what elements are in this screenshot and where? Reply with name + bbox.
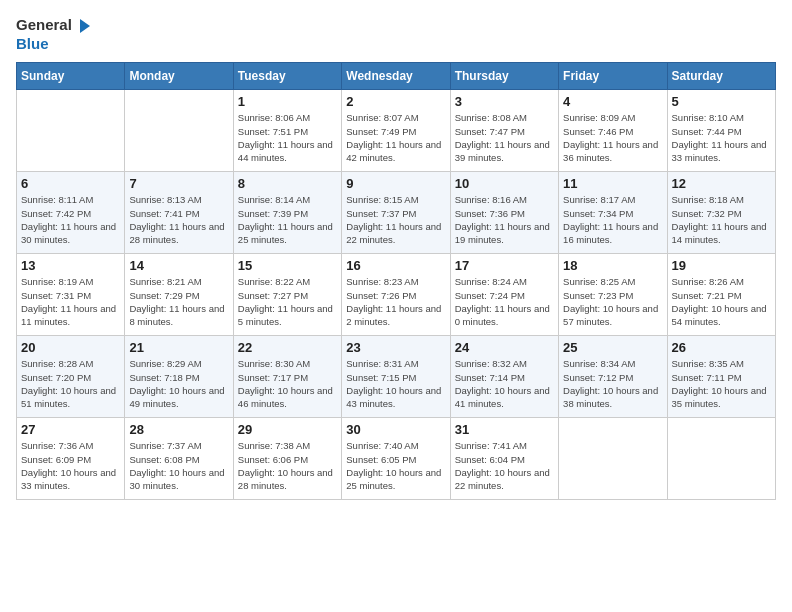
calendar-cell: 14Sunrise: 8:21 AMSunset: 7:29 PMDayligh… [125,254,233,336]
day-info: Sunrise: 8:11 AMSunset: 7:42 PMDaylight:… [21,193,120,246]
day-info: Sunrise: 8:21 AMSunset: 7:29 PMDaylight:… [129,275,228,328]
calendar-cell: 21Sunrise: 8:29 AMSunset: 7:18 PMDayligh… [125,336,233,418]
calendar-cell: 5Sunrise: 8:10 AMSunset: 7:44 PMDaylight… [667,90,775,172]
day-number: 1 [238,94,337,109]
day-info: Sunrise: 8:16 AMSunset: 7:36 PMDaylight:… [455,193,554,246]
day-number: 6 [21,176,120,191]
header-row: SundayMondayTuesdayWednesdayThursdayFrid… [17,63,776,90]
calendar-cell: 29Sunrise: 7:38 AMSunset: 6:06 PMDayligh… [233,418,341,500]
day-number: 23 [346,340,445,355]
day-info: Sunrise: 8:22 AMSunset: 7:27 PMDaylight:… [238,275,337,328]
calendar-cell: 3Sunrise: 8:08 AMSunset: 7:47 PMDaylight… [450,90,558,172]
calendar-cell: 30Sunrise: 7:40 AMSunset: 6:05 PMDayligh… [342,418,450,500]
header-day-monday: Monday [125,63,233,90]
calendar-cell: 4Sunrise: 8:09 AMSunset: 7:46 PMDaylight… [559,90,667,172]
day-number: 18 [563,258,662,273]
header-day-thursday: Thursday [450,63,558,90]
svg-marker-0 [80,19,90,33]
day-info: Sunrise: 8:17 AMSunset: 7:34 PMDaylight:… [563,193,662,246]
day-info: Sunrise: 8:29 AMSunset: 7:18 PMDaylight:… [129,357,228,410]
day-info: Sunrise: 8:10 AMSunset: 7:44 PMDaylight:… [672,111,771,164]
day-number: 24 [455,340,554,355]
calendar-cell: 26Sunrise: 8:35 AMSunset: 7:11 PMDayligh… [667,336,775,418]
logo-text: General Blue [16,16,94,52]
calendar-cell: 20Sunrise: 8:28 AMSunset: 7:20 PMDayligh… [17,336,125,418]
day-info: Sunrise: 8:32 AMSunset: 7:14 PMDaylight:… [455,357,554,410]
day-number: 16 [346,258,445,273]
day-number: 11 [563,176,662,191]
day-info: Sunrise: 8:15 AMSunset: 7:37 PMDaylight:… [346,193,445,246]
day-info: Sunrise: 8:09 AMSunset: 7:46 PMDaylight:… [563,111,662,164]
calendar-week-5: 27Sunrise: 7:36 AMSunset: 6:09 PMDayligh… [17,418,776,500]
day-info: Sunrise: 8:35 AMSunset: 7:11 PMDaylight:… [672,357,771,410]
calendar-cell: 22Sunrise: 8:30 AMSunset: 7:17 PMDayligh… [233,336,341,418]
day-number: 3 [455,94,554,109]
calendar-cell: 16Sunrise: 8:23 AMSunset: 7:26 PMDayligh… [342,254,450,336]
day-number: 20 [21,340,120,355]
logo: General Blue [16,16,94,52]
calendar-cell: 23Sunrise: 8:31 AMSunset: 7:15 PMDayligh… [342,336,450,418]
calendar-cell: 10Sunrise: 8:16 AMSunset: 7:36 PMDayligh… [450,172,558,254]
day-info: Sunrise: 8:25 AMSunset: 7:23 PMDaylight:… [563,275,662,328]
page-header: General Blue [16,16,776,52]
day-number: 17 [455,258,554,273]
header-day-tuesday: Tuesday [233,63,341,90]
day-info: Sunrise: 8:13 AMSunset: 7:41 PMDaylight:… [129,193,228,246]
calendar-cell [667,418,775,500]
day-number: 9 [346,176,445,191]
day-number: 14 [129,258,228,273]
calendar-cell: 1Sunrise: 8:06 AMSunset: 7:51 PMDaylight… [233,90,341,172]
day-number: 12 [672,176,771,191]
calendar-table: SundayMondayTuesdayWednesdayThursdayFrid… [16,62,776,500]
calendar-cell: 8Sunrise: 8:14 AMSunset: 7:39 PMDaylight… [233,172,341,254]
header-day-wednesday: Wednesday [342,63,450,90]
logo-arrow-icon [76,17,94,35]
calendar-week-3: 13Sunrise: 8:19 AMSunset: 7:31 PMDayligh… [17,254,776,336]
day-info: Sunrise: 8:18 AMSunset: 7:32 PMDaylight:… [672,193,771,246]
calendar-cell: 31Sunrise: 7:41 AMSunset: 6:04 PMDayligh… [450,418,558,500]
day-info: Sunrise: 7:41 AMSunset: 6:04 PMDaylight:… [455,439,554,492]
day-info: Sunrise: 8:07 AMSunset: 7:49 PMDaylight:… [346,111,445,164]
header-day-saturday: Saturday [667,63,775,90]
calendar-cell: 27Sunrise: 7:36 AMSunset: 6:09 PMDayligh… [17,418,125,500]
day-number: 10 [455,176,554,191]
header-day-sunday: Sunday [17,63,125,90]
calendar-cell: 25Sunrise: 8:34 AMSunset: 7:12 PMDayligh… [559,336,667,418]
day-info: Sunrise: 7:40 AMSunset: 6:05 PMDaylight:… [346,439,445,492]
calendar-week-1: 1Sunrise: 8:06 AMSunset: 7:51 PMDaylight… [17,90,776,172]
calendar-cell: 9Sunrise: 8:15 AMSunset: 7:37 PMDaylight… [342,172,450,254]
day-number: 25 [563,340,662,355]
calendar-cell: 19Sunrise: 8:26 AMSunset: 7:21 PMDayligh… [667,254,775,336]
day-number: 26 [672,340,771,355]
day-number: 22 [238,340,337,355]
calendar-cell: 24Sunrise: 8:32 AMSunset: 7:14 PMDayligh… [450,336,558,418]
day-info: Sunrise: 7:36 AMSunset: 6:09 PMDaylight:… [21,439,120,492]
day-info: Sunrise: 8:08 AMSunset: 7:47 PMDaylight:… [455,111,554,164]
calendar-cell: 11Sunrise: 8:17 AMSunset: 7:34 PMDayligh… [559,172,667,254]
day-number: 15 [238,258,337,273]
day-info: Sunrise: 7:38 AMSunset: 6:06 PMDaylight:… [238,439,337,492]
calendar-cell: 18Sunrise: 8:25 AMSunset: 7:23 PMDayligh… [559,254,667,336]
calendar-header: SundayMondayTuesdayWednesdayThursdayFrid… [17,63,776,90]
day-number: 8 [238,176,337,191]
day-number: 5 [672,94,771,109]
calendar-cell: 6Sunrise: 8:11 AMSunset: 7:42 PMDaylight… [17,172,125,254]
calendar-cell: 2Sunrise: 8:07 AMSunset: 7:49 PMDaylight… [342,90,450,172]
day-number: 30 [346,422,445,437]
day-number: 27 [21,422,120,437]
calendar-cell [17,90,125,172]
calendar-cell: 15Sunrise: 8:22 AMSunset: 7:27 PMDayligh… [233,254,341,336]
day-info: Sunrise: 8:30 AMSunset: 7:17 PMDaylight:… [238,357,337,410]
calendar-week-2: 6Sunrise: 8:11 AMSunset: 7:42 PMDaylight… [17,172,776,254]
day-info: Sunrise: 8:28 AMSunset: 7:20 PMDaylight:… [21,357,120,410]
day-info: Sunrise: 8:26 AMSunset: 7:21 PMDaylight:… [672,275,771,328]
day-number: 21 [129,340,228,355]
calendar-cell [559,418,667,500]
day-number: 29 [238,422,337,437]
calendar-cell: 7Sunrise: 8:13 AMSunset: 7:41 PMDaylight… [125,172,233,254]
header-day-friday: Friday [559,63,667,90]
day-number: 13 [21,258,120,273]
calendar-cell: 28Sunrise: 7:37 AMSunset: 6:08 PMDayligh… [125,418,233,500]
day-info: Sunrise: 8:34 AMSunset: 7:12 PMDaylight:… [563,357,662,410]
day-info: Sunrise: 8:06 AMSunset: 7:51 PMDaylight:… [238,111,337,164]
